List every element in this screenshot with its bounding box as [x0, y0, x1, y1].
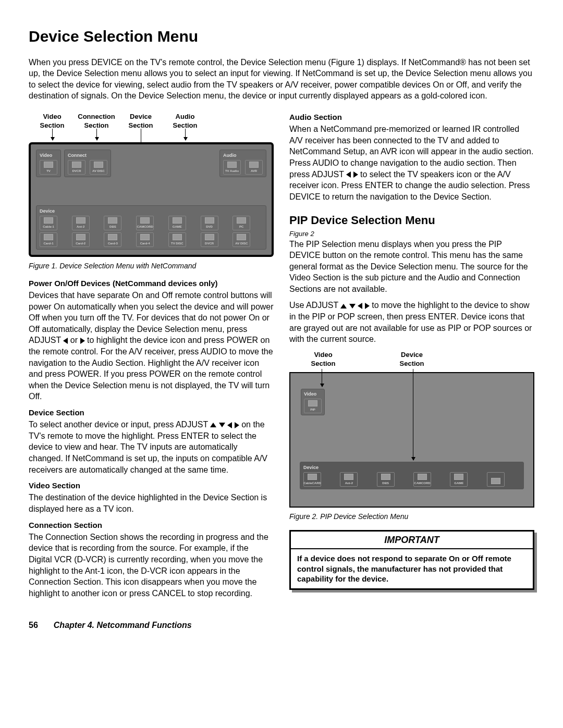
intro-paragraph: When you press DEVICE on the TV's remote…	[29, 57, 534, 102]
power-heading: Power On/Off Devices (NetCommand devices…	[29, 278, 274, 289]
device-icon: AV DISC	[232, 232, 250, 247]
down-arrow-icon	[349, 304, 356, 309]
device-icon: DBS	[377, 472, 395, 487]
left-arrow-icon	[227, 422, 232, 428]
right-arrow-icon	[353, 171, 358, 178]
device-icon: GAME	[450, 472, 468, 487]
device-icon: CAMCORD	[136, 216, 154, 230]
device-icon: DVD	[201, 216, 218, 230]
video-paragraph: The destination of the device highlighte…	[29, 492, 274, 514]
panel-video: Video PIP	[301, 389, 325, 415]
device-icon: Card-4	[136, 232, 154, 247]
device-icon: Card-1	[40, 232, 57, 247]
chapter-title: Chapter 4. Netcommand Functions	[54, 620, 192, 631]
page-footer: 56 Chapter 4. Netcommand Functions	[29, 620, 534, 631]
device-icon: DBS	[104, 216, 121, 230]
panel-video: Video TV	[36, 150, 61, 177]
power-paragraph: Devices that have separate On and Off re…	[29, 290, 274, 402]
device-icon: AVR	[245, 160, 263, 175]
audio-heading: Audio Section	[289, 112, 534, 122]
device-icon	[487, 472, 505, 487]
device-icon: Cable-1	[40, 216, 57, 230]
arrow-icon	[52, 129, 53, 140]
arrow-icon	[322, 369, 322, 387]
panel-device: Device Cable-1 Ant-2 DBS CAMCORD GAME DV…	[36, 205, 266, 250]
device-icon: TV Audio	[223, 160, 241, 175]
pip-figure-ref: Figure 2	[289, 229, 534, 239]
left-arrow-icon	[346, 171, 351, 178]
device-icon: Card-2	[72, 232, 90, 247]
device-icon: PIP	[304, 399, 322, 413]
right-arrow-icon	[235, 422, 239, 428]
pip-title: PIP Device Selection Menu	[289, 213, 534, 228]
connection-heading: Connection Section	[29, 520, 274, 530]
page-title: Device Selection Menu	[29, 26, 534, 47]
panel-audio: Audio TV Audio AVR	[219, 150, 266, 177]
device-icon: Card-3	[104, 232, 121, 247]
label-device-section: Device Section	[394, 350, 430, 368]
device-heading: Device Section	[29, 408, 274, 418]
figure-2-caption: Figure 2. PIP Device Selection Menu	[289, 512, 534, 522]
panel-connect: Connect DVCR AV DISC	[64, 150, 111, 177]
figure-2: Video PIP Device CableCARD Ant-2 DBS CAM…	[289, 372, 534, 508]
device-icon: TV DISC	[168, 232, 186, 247]
down-arrow-icon	[219, 423, 225, 427]
device-icon: CableCARD	[303, 472, 321, 487]
label-device-section: Device Section	[125, 112, 156, 130]
up-arrow-icon	[210, 423, 216, 427]
device-icon: DVCR	[68, 160, 85, 175]
video-heading: Video Section	[29, 480, 274, 491]
device-icon: AV DISC	[90, 160, 107, 175]
panel-device: Device CableCARD Ant-2 DBS CAMCORD GAME	[300, 462, 524, 489]
right-arrow-icon	[80, 338, 85, 344]
device-icon: PC	[232, 216, 250, 230]
left-arrow-icon	[358, 303, 362, 309]
important-title: IMPORTANT	[291, 532, 533, 549]
device-icon: CAMCORD	[413, 472, 431, 487]
audio-paragraph: When a NetCommand pre-memorized or learn…	[289, 124, 534, 202]
device-icon: DVCR	[201, 232, 218, 247]
device-icon: Ant-2	[340, 472, 358, 487]
right-arrow-icon	[365, 303, 370, 309]
label-video-section: Video Section	[305, 350, 341, 368]
figure-1-caption: Figure 1. Device Selection Menu with Net…	[29, 261, 274, 271]
device-icon: Ant-2	[72, 216, 90, 230]
label-connection-section: Connection Section	[73, 112, 120, 130]
arrow-icon	[413, 369, 413, 460]
important-body: If a device does not respond to separate…	[291, 549, 533, 588]
connection-paragraph: The Connection Section shows the recordi…	[29, 532, 274, 599]
important-box: IMPORTANT If a device does not respond t…	[289, 530, 534, 590]
page-number: 56	[29, 620, 38, 631]
device-icon: TV	[40, 160, 57, 175]
figure-1: Video TV Connect DVCR AV DISC Aud	[29, 142, 274, 257]
device-icon: GAME	[168, 216, 186, 230]
label-audio-section: Audio Section	[169, 112, 201, 130]
up-arrow-icon	[340, 304, 347, 309]
pip-paragraph-2: Use ADJUST to move the highlight to the …	[289, 300, 534, 344]
arrow-icon	[185, 129, 186, 140]
label-video-section: Video Section	[36, 112, 68, 130]
device-paragraph: To select another device or input, press…	[29, 419, 274, 475]
pip-paragraph-1: The PIP Selection menu displays when you…	[289, 239, 534, 295]
arrow-icon	[96, 129, 97, 140]
